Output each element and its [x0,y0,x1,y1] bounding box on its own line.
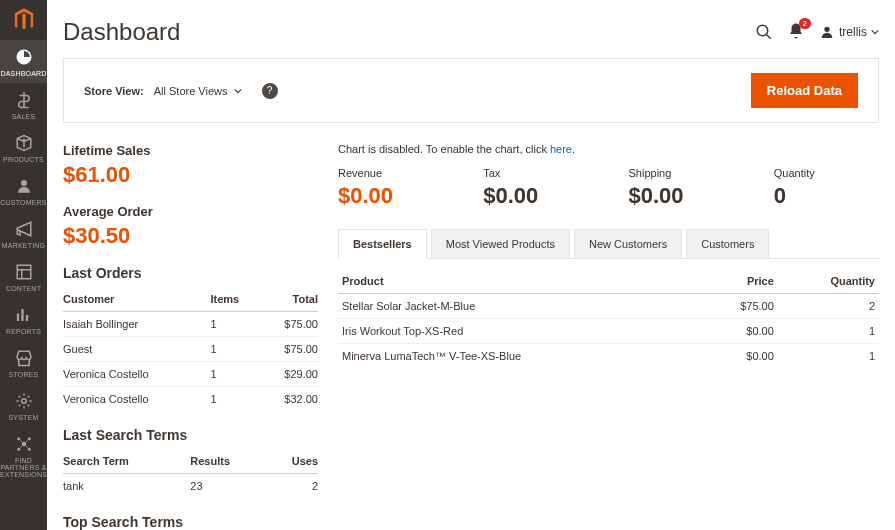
bestsellers-table: Product Price Quantity Stellar Solar Jac… [338,269,879,368]
col-customer: Customer [63,287,210,312]
lifetime-sales-metric: Lifetime Sales $61.00 [63,143,318,188]
user-menu[interactable]: trellis [819,24,879,40]
table-row[interactable]: Guest1$75.00 [63,337,318,362]
col-total: Total [260,287,318,312]
toolbar: Store View: All Store Views ? Reload Dat… [63,58,879,123]
store-view-value: All Store Views [154,85,228,97]
chart-disabled-message: Chart is disabled. To enable the chart, … [338,143,879,155]
col-results: Results [190,449,267,474]
svg-point-5 [17,448,20,451]
nav-stores[interactable]: STORES [0,341,47,384]
page-header: Dashboard 2 trellis [63,0,879,58]
nav-label: SALES [12,113,36,120]
svg-point-3 [17,437,20,440]
dashboard-right-column: Chart is disabled. To enable the chart, … [338,143,879,530]
svg-rect-0 [17,265,31,279]
page-title: Dashboard [63,18,180,46]
col-product: Product [338,269,698,294]
metric-value: $30.50 [63,223,318,249]
username: trellis [839,25,867,39]
nav-marketing[interactable]: MARKETING [0,212,47,255]
last-search-title: Last Search Terms [63,427,318,443]
nav-dashboard[interactable]: DASHBOARD [0,40,47,83]
kpi-tax: Tax $0.00 [483,167,588,209]
tab-most-viewed[interactable]: Most Viewed Products [431,229,570,258]
average-order-metric: Average Order $30.50 [63,204,318,249]
svg-point-4 [27,437,30,440]
col-items: Items [210,287,260,312]
nav-products[interactable]: PRODUCTS [0,126,47,169]
top-search-title: Top Search Terms [63,514,318,530]
chevron-down-icon [234,87,242,95]
store-view-switcher: Store View: All Store Views ? [84,83,278,99]
nav-content[interactable]: CONTENT [0,255,47,298]
col-uses: Uses [267,449,318,474]
metric-value: $61.00 [63,162,318,188]
table-row[interactable]: tank232 [63,474,318,499]
table-row[interactable]: Minerva LumaTech™ V-Tee-XS-Blue$0.001 [338,344,879,369]
admin-sidebar: DASHBOARD SALES PRODUCTS CUSTOMERS MARKE… [0,0,47,530]
store-view-select[interactable]: All Store Views [154,85,242,97]
svg-point-6 [27,448,30,451]
bestsellers-panel: Product Price Quantity Stellar Solar Jac… [338,259,879,368]
nav-reports[interactable]: REPORTS [0,298,47,341]
kpi-revenue: Revenue $0.00 [338,167,443,209]
nav-label: SYSTEM [9,414,39,421]
tab-bestsellers[interactable]: Bestsellers [338,229,427,259]
table-row[interactable]: Veronica Costello1$29.00 [63,362,318,387]
nav-label: DASHBOARD [0,70,46,77]
metric-title: Average Order [63,204,318,219]
nav-label: FIND PARTNERS & EXTENSIONS [0,457,47,478]
main-content: Dashboard 2 trellis Store View: All Stor… [47,0,895,530]
header-actions: 2 trellis [755,22,879,43]
nav-system[interactable]: SYSTEM [0,384,47,427]
search-icon[interactable] [755,23,773,41]
table-row[interactable]: Iris Workout Top-XS-Red$0.001 [338,319,879,344]
kpi-shipping: Shipping $0.00 [629,167,734,209]
kpi-quantity: Quantity 0 [774,167,879,209]
nav-customers[interactable]: CUSTOMERS [0,169,47,212]
enable-chart-link[interactable]: here [550,143,572,155]
nav-label: STORES [9,371,39,378]
table-row[interactable]: Veronica Costello1$32.00 [63,387,318,412]
tab-new-customers[interactable]: New Customers [574,229,682,258]
nav-label: CUSTOMERS [0,199,46,206]
help-icon[interactable]: ? [262,83,278,99]
col-term: Search Term [63,449,190,474]
kpi-row: Revenue $0.00 Tax $0.00 Shipping $0.00 Q… [338,167,879,209]
dashboard-tabs: Bestsellers Most Viewed Products New Cus… [338,229,879,259]
nav-label: REPORTS [6,328,41,335]
col-qty: Quantity [778,269,879,294]
notifications-icon[interactable]: 2 [787,22,805,43]
nav-label: PRODUCTS [3,156,44,163]
svg-point-1 [21,399,26,404]
magento-logo[interactable] [0,0,47,40]
nav-sales[interactable]: SALES [0,83,47,126]
table-row[interactable]: Isaiah Bollinger1$75.00 [63,312,318,337]
table-row[interactable]: Stellar Solar Jacket-M-Blue$75.002 [338,294,879,319]
last-orders-title: Last Orders [63,265,318,281]
svg-point-7 [757,25,768,36]
reload-data-button[interactable]: Reload Data [751,73,858,108]
dashboard-left-column: Lifetime Sales $61.00 Average Order $30.… [63,143,318,530]
nav-label: CONTENT [6,285,41,292]
notif-badge: 2 [799,18,811,29]
nav-label: MARKETING [2,242,45,249]
chevron-down-icon [871,28,879,36]
last-search-table: Search Term Results Uses tank232 [63,449,318,498]
last-orders-table: Customer Items Total Isaiah Bollinger1$7… [63,287,318,411]
metric-title: Lifetime Sales [63,143,318,158]
store-view-label: Store View: [84,85,144,97]
col-price: Price [698,269,778,294]
tab-customers[interactable]: Customers [686,229,769,258]
nav-partners[interactable]: FIND PARTNERS & EXTENSIONS [0,427,47,484]
